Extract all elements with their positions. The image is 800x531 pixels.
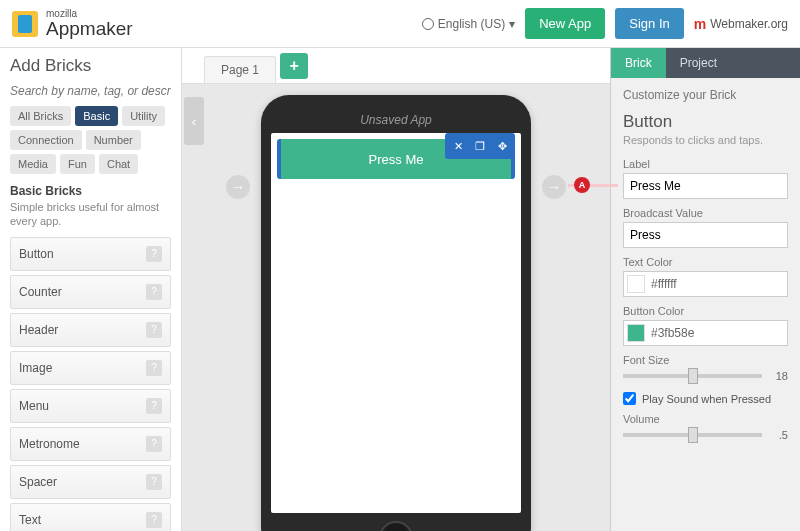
page-tabs: Page 1 + — [182, 48, 610, 84]
volume-field-label: Volume — [623, 413, 788, 425]
textcolor-input[interactable]: #ffffff — [623, 271, 788, 297]
panel-subtitle: Customize your Brick — [623, 88, 788, 102]
tag-basic[interactable]: Basic — [75, 106, 118, 126]
sign-in-button[interactable]: Sign In — [615, 8, 683, 39]
buttoncolor-input[interactable]: #3fb58e — [623, 320, 788, 346]
canvas-button-label: Press Me — [369, 152, 424, 167]
right-panel: Brick Project Customize your Brick Butto… — [610, 48, 800, 531]
tab-project[interactable]: Project — [666, 48, 731, 78]
phone-screen[interactable]: ✕ ❐ ✥ Press Me — [271, 133, 521, 513]
brick-metronome[interactable]: Metronome? — [10, 427, 171, 461]
playsound-checkbox-row[interactable]: Play Sound when Pressed — [623, 392, 788, 405]
component-description: Responds to clicks and taps. — [623, 134, 788, 146]
help-icon[interactable]: ? — [146, 398, 162, 414]
globe-icon — [422, 18, 434, 30]
brick-search-input[interactable] — [10, 82, 171, 106]
label-input[interactable] — [623, 173, 788, 199]
textcolor-value: #ffffff — [651, 277, 677, 291]
tag-utility[interactable]: Utility — [122, 106, 165, 126]
app-header: mozilla Appmaker English (US) ▾ New App … — [0, 0, 800, 48]
duplicate-brick-button[interactable]: ❐ — [470, 136, 490, 156]
copy-icon: ❐ — [475, 140, 485, 153]
logo[interactable]: mozilla Appmaker — [12, 9, 133, 38]
language-selector[interactable]: English (US) ▾ — [422, 17, 515, 31]
category-title: Basic Bricks — [10, 184, 171, 198]
help-icon[interactable]: ? — [146, 284, 162, 300]
selection-toolbar: ✕ ❐ ✥ — [445, 133, 515, 159]
broadcast-badge[interactable]: A — [574, 177, 590, 193]
tag-media[interactable]: Media — [10, 154, 56, 174]
fontsize-field-label: Font Size — [623, 354, 788, 366]
broadcast-field-label: Broadcast Value — [623, 207, 788, 219]
delete-brick-button[interactable]: ✕ — [448, 136, 468, 156]
brick-header[interactable]: Header? — [10, 313, 171, 347]
color-swatch-icon — [627, 275, 645, 293]
left-panel: Add Bricks All Bricks Basic Utility Conn… — [0, 48, 182, 531]
help-icon[interactable]: ? — [146, 246, 162, 262]
brick-spacer[interactable]: Spacer? — [10, 465, 171, 499]
volume-slider[interactable] — [623, 433, 762, 437]
add-page-button[interactable]: + — [280, 53, 308, 79]
left-panel-title: Add Bricks — [10, 56, 171, 76]
prev-page-button[interactable]: → — [226, 175, 250, 199]
webmaker-icon: m — [694, 16, 706, 32]
phone-home-button[interactable] — [379, 521, 413, 531]
label-field-label: Label — [623, 158, 788, 170]
tag-number[interactable]: Number — [86, 130, 141, 150]
tag-all-bricks[interactable]: All Bricks — [10, 106, 71, 126]
canvas-area: Page 1 + ‹ → → A Unsaved App ✕ ❐ ✥ Pre — [182, 48, 610, 531]
logo-big-text: Appmaker — [46, 19, 133, 38]
help-icon[interactable]: ? — [146, 512, 162, 528]
move-brick-button[interactable]: ✥ — [492, 136, 512, 156]
volume-value: .5 — [768, 429, 788, 441]
tag-fun[interactable]: Fun — [60, 154, 95, 174]
move-icon: ✥ — [498, 140, 507, 153]
brick-counter[interactable]: Counter? — [10, 275, 171, 309]
webmaker-link[interactable]: m Webmaker.org — [694, 16, 788, 32]
canvas-button-brick[interactable]: ✕ ❐ ✥ Press Me — [277, 139, 515, 179]
component-name: Button — [623, 112, 788, 132]
tag-filter-group: All Bricks Basic Utility Connection Numb… — [10, 106, 171, 174]
tab-page-1[interactable]: Page 1 — [204, 56, 276, 83]
app-title: Unsaved App — [271, 107, 521, 133]
webmaker-label: Webmaker.org — [710, 17, 788, 31]
playsound-label: Play Sound when Pressed — [642, 393, 771, 405]
tag-chat[interactable]: Chat — [99, 154, 138, 174]
category-description: Simple bricks useful for almost every ap… — [10, 200, 171, 229]
help-icon[interactable]: ? — [146, 436, 162, 452]
fontsize-slider[interactable] — [623, 374, 762, 378]
tag-connection[interactable]: Connection — [10, 130, 82, 150]
arrow-right-icon: → — [547, 179, 561, 195]
next-page-button[interactable]: → — [542, 175, 566, 199]
buttoncolor-value: #3fb58e — [651, 326, 694, 340]
phone-preview: Unsaved App ✕ ❐ ✥ Press Me — [261, 95, 531, 531]
right-panel-tabs: Brick Project — [611, 48, 800, 78]
color-swatch-icon — [627, 324, 645, 342]
logo-icon — [12, 11, 38, 37]
brick-text[interactable]: Text? — [10, 503, 171, 531]
textcolor-field-label: Text Color — [623, 256, 788, 268]
buttoncolor-field-label: Button Color — [623, 305, 788, 317]
help-icon[interactable]: ? — [146, 322, 162, 338]
broadcast-input[interactable] — [623, 222, 788, 248]
help-icon[interactable]: ? — [146, 474, 162, 490]
brick-button[interactable]: Button? — [10, 237, 171, 271]
chevron-down-icon: ▾ — [509, 17, 515, 31]
tab-brick[interactable]: Brick — [611, 48, 666, 78]
close-icon: ✕ — [454, 140, 463, 153]
language-label: English (US) — [438, 17, 505, 31]
brick-menu[interactable]: Menu? — [10, 389, 171, 423]
collapse-left-panel-button[interactable]: ‹ — [184, 97, 204, 145]
arrow-left-icon: → — [231, 179, 245, 195]
fontsize-value: 18 — [768, 370, 788, 382]
new-app-button[interactable]: New App — [525, 8, 605, 39]
chevron-left-icon: ‹ — [192, 114, 196, 129]
playsound-checkbox[interactable] — [623, 392, 636, 405]
help-icon[interactable]: ? — [146, 360, 162, 376]
brick-image[interactable]: Image? — [10, 351, 171, 385]
